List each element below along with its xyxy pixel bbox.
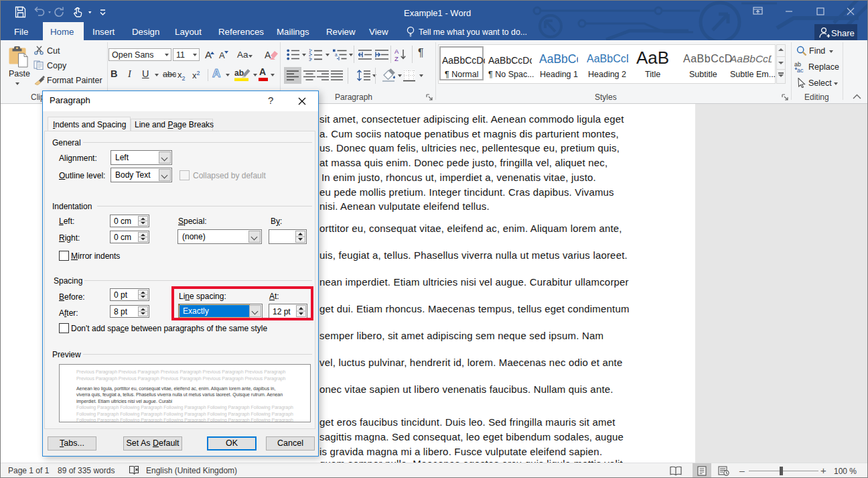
svg-text:A: A [265, 50, 271, 60]
svg-text:Z: Z [394, 55, 399, 62]
svg-text:ab: ab [234, 68, 244, 78]
svg-text:A: A [394, 48, 399, 55]
svg-text:ac: ac [797, 67, 804, 73]
svg-text:a: a [335, 52, 338, 57]
